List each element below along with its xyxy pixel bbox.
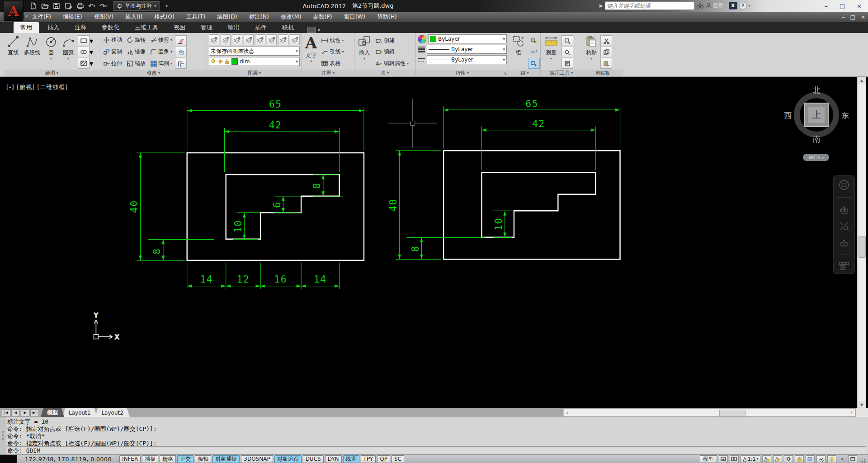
viewcube-north-label[interactable]: 北 (790, 85, 843, 95)
redo-button[interactable]: ↷▾ (99, 1, 108, 10)
hatch-arrow-icon[interactable]: ▾ (90, 59, 93, 68)
workspace-switching-button[interactable] (784, 455, 793, 463)
ribbon-tab-视图[interactable]: 视图 (167, 22, 192, 33)
linear-dimension-button[interactable]: 线性▾ (320, 35, 344, 46)
mirror-button[interactable]: 镜像 (126, 46, 146, 57)
doc-restore-button[interactable]: □ (850, 14, 855, 20)
save-button[interactable] (52, 1, 61, 10)
plot-button[interactable] (75, 1, 85, 10)
lineweight-dropdown[interactable]: ByLayer▾ (427, 45, 507, 54)
quick-view-layouts-button[interactable] (719, 455, 728, 463)
navigation-wheel-icon[interactable] (838, 179, 850, 191)
ribbon-tab-常用[interactable]: 常用 (14, 22, 39, 33)
layer-freeze-button[interactable] (255, 34, 265, 45)
layout-tab-Layout2[interactable]: Layout2 (95, 408, 129, 417)
arc-button[interactable]: 圆弧 ▾ (61, 34, 76, 70)
group-edit-button[interactable] (528, 47, 540, 57)
layer-make-current-button[interactable] (278, 34, 288, 45)
quick-view-drawings-button[interactable] (730, 455, 739, 463)
scale-button[interactable]: 缩放 (126, 58, 146, 69)
vertical-scrollbar[interactable]: ▲ ▼ (857, 77, 866, 408)
ribbon-tab-输出[interactable]: 输出 (221, 22, 246, 33)
toggle-对象捕捉[interactable]: 对象捕捉 (212, 455, 240, 463)
open-file-button[interactable] (40, 1, 50, 10)
sign-in-button[interactable]: 登录 ▾ (706, 2, 727, 9)
toggle-对象追踪[interactable]: 对象追踪 (274, 455, 302, 463)
layer-off-button[interactable] (267, 34, 277, 45)
drawing-canvas[interactable]: 6542408861014121614654240810YX [-] [俯视] … (0, 77, 868, 408)
cut-button[interactable] (600, 35, 612, 46)
edit-block-button[interactable]: 编辑 (374, 47, 410, 57)
ribbon-tab-管理[interactable]: 管理 (194, 22, 219, 33)
block-panel-title[interactable]: 块▾ (354, 70, 415, 76)
layout-nav-0[interactable]: |◀ (2, 409, 10, 416)
ellipse-button[interactable] (78, 47, 90, 57)
insert-block-button[interactable]: 插入 ▾ (356, 34, 373, 70)
menu-item-窗口(W)[interactable]: 窗口(W) (338, 12, 371, 22)
layout-tab-Layout1[interactable]: Layout1 (62, 408, 97, 417)
toggle-3DOSNAP[interactable]: 3DOSNAP (241, 455, 273, 463)
resize-grip[interactable] (859, 456, 865, 463)
object-color-dropdown[interactable]: ByLayer▾ (428, 34, 507, 43)
properties-panel-title[interactable]: 特性▾↘ (416, 70, 509, 76)
zoom-extents-icon[interactable] (839, 221, 849, 232)
paste-special-button[interactable] (600, 58, 612, 69)
menu-item-视图(V)[interactable]: 视图(V) (88, 12, 119, 22)
rotate-button[interactable]: 旋转 (126, 34, 146, 45)
menu-item-文件(F)[interactable]: 文件(F) (26, 12, 57, 22)
modify-panel-title[interactable]: 修改▾ (100, 70, 207, 76)
layout-nav-2[interactable]: ▶ (21, 409, 29, 416)
id-point-button[interactable] (561, 47, 573, 57)
draw-panel-title[interactable]: 绘图▾ (4, 70, 100, 76)
performance-tuner-button[interactable] (816, 455, 826, 463)
group-panel-title[interactable]: 组▾ (509, 70, 540, 76)
hatch-button[interactable] (78, 58, 90, 69)
utilities-panel-title[interactable]: 实用工具▾ (541, 70, 582, 76)
menu-item-标注(N)[interactable]: 标注(N) (243, 12, 275, 22)
erase-button[interactable] (175, 35, 187, 46)
menu-item-工具(T)[interactable]: 工具(T) (180, 12, 211, 22)
vertical-scroll-thumb[interactable] (859, 236, 866, 258)
save-as-button[interactable] (63, 1, 73, 10)
layers-panel-title[interactable]: 图层▾ (207, 70, 302, 76)
doc-minimize-button[interactable]: – (842, 14, 845, 20)
scroll-down-button[interactable]: ▼ (858, 401, 866, 408)
ribbon-tab-注释[interactable]: 注释 (68, 22, 93, 33)
hardware-acceleration-button[interactable] (806, 455, 815, 463)
coordinates-display[interactable]: 172.9748, 170.8119, 0.0000 (19, 456, 118, 463)
layer-properties-button[interactable] (209, 34, 219, 45)
move-button[interactable]: 移动 (102, 34, 123, 45)
layout-nav-3[interactable]: ▶| (30, 409, 39, 416)
group-selection-toggle[interactable] (528, 58, 540, 69)
scroll-right-button[interactable]: › (848, 409, 855, 416)
application-menu-button[interactable]: A ▾ (4, 1, 24, 21)
model-space-button[interactable]: 模型 (700, 455, 717, 463)
new-file-button[interactable] (28, 1, 38, 10)
viewcube-west-label[interactable]: 西 (784, 110, 792, 121)
rectangle-button[interactable] (78, 35, 90, 46)
ribbon-tab-三维工具[interactable]: 三维工具 (128, 22, 165, 33)
linetype-dropdown[interactable]: ByLayer▾ (427, 55, 507, 64)
menu-item-修改(M)[interactable]: 修改(M) (275, 12, 307, 22)
search-input[interactable] (605, 1, 694, 10)
explode-button[interactable] (175, 47, 187, 57)
maximize-button[interactable]: □ (840, 3, 845, 9)
lock-ui-button[interactable] (795, 455, 804, 463)
ribbon-tab-参数化[interactable]: 参数化 (95, 22, 126, 33)
layer-state-manager-button[interactable] (221, 34, 231, 45)
table-button[interactable]: 表格 (320, 58, 344, 69)
command-window-grip[interactable] (0, 417, 6, 455)
group-button[interactable]: 组 (511, 34, 526, 70)
navigation-bar[interactable] (833, 175, 855, 274)
search-button[interactable] (696, 3, 704, 9)
annotation-visibility-button[interactable] (762, 455, 771, 463)
menu-item-编辑(E)[interactable]: 编辑(E) (57, 12, 88, 22)
text-button[interactable]: A 文字 ▾ (304, 34, 318, 70)
stretch-button[interactable]: 拉伸 (102, 58, 123, 69)
toggle-栅格[interactable]: 栅格 (160, 455, 176, 463)
menu-item-插入(I)[interactable]: 插入(I) (119, 12, 148, 22)
close-button[interactable]: × (857, 3, 862, 9)
layout-nav-1[interactable]: ◀ (11, 409, 20, 416)
isolate-objects-button[interactable] (827, 455, 836, 463)
circle-button[interactable]: 圆 ▾ (43, 34, 59, 70)
